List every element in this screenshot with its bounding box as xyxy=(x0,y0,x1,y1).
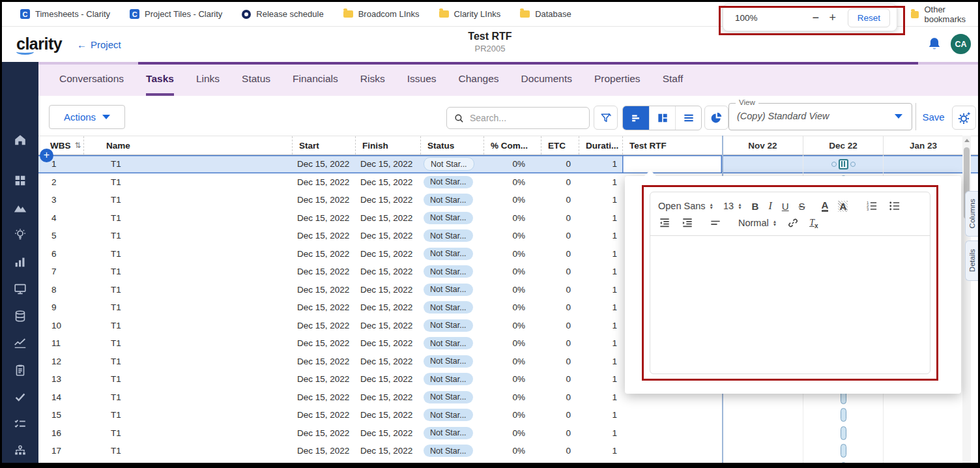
table-row[interactable]: 16T1Dec 15, 2022Dec 15, 2022Not Star...0… xyxy=(38,424,978,443)
notifications-bell-icon[interactable] xyxy=(926,36,943,53)
details-panel-tab[interactable]: Details xyxy=(965,241,978,281)
sidebar-item-bar-chart[interactable] xyxy=(13,255,27,269)
sidebar-item-database[interactable] xyxy=(13,309,27,323)
view-selector[interactable]: View (Copy) Standard View xyxy=(728,103,912,130)
tab-tasks[interactable]: Tasks xyxy=(146,62,174,96)
sidebar-item-checklist[interactable] xyxy=(13,417,27,431)
clear-formatting-button[interactable]: Tx xyxy=(809,217,818,229)
bold-button[interactable]: B xyxy=(752,201,759,212)
save-view-button[interactable]: Save xyxy=(915,103,951,130)
user-avatar[interactable]: CA xyxy=(951,34,971,54)
wbs-cell: 15 xyxy=(38,406,83,424)
gantt-view-button[interactable] xyxy=(623,106,649,130)
bookmark-item[interactable]: Broadcom LInks xyxy=(343,9,420,19)
scroll-up-arrow[interactable] xyxy=(962,136,971,145)
sidebar-item-monitor[interactable] xyxy=(13,282,27,296)
other-bookmarks[interactable]: Other bookmarks xyxy=(911,2,978,27)
column-header-etc[interactable]: ETC xyxy=(541,136,579,154)
table-row[interactable]: 15T1Dec 15, 2022Dec 15, 2022Not Star...0… xyxy=(38,406,978,424)
tab-conversations[interactable]: Conversations xyxy=(59,62,124,96)
column-header-finish[interactable]: Finish xyxy=(355,136,420,154)
bookmark-item[interactable]: Database xyxy=(520,9,571,19)
bookmark-item[interactable]: Release schedule xyxy=(242,9,323,19)
list-view-button[interactable] xyxy=(675,106,701,130)
settings-button[interactable] xyxy=(952,106,976,130)
sort-icon[interactable]: ⇅ xyxy=(75,141,81,150)
duration-cell: 1 xyxy=(579,317,622,335)
gantt-cell xyxy=(803,424,883,443)
zoom-in-button[interactable]: + xyxy=(824,9,841,26)
outdent-button[interactable] xyxy=(658,216,671,229)
sidebar-item-mountain[interactable] xyxy=(13,201,27,215)
ordered-list-button[interactable]: 123 xyxy=(865,199,878,212)
sidebar-item-check[interactable] xyxy=(13,390,27,404)
bookmark-item[interactable]: CProject Tiles - Clarity xyxy=(130,9,222,19)
text-color-button[interactable]: A xyxy=(822,200,829,212)
table-row[interactable]: 17T1Dec 15, 2022Dec 15, 2022Not Star...0… xyxy=(38,442,978,460)
pct-complete-cell: 0% xyxy=(483,424,541,443)
tab-documents[interactable]: Documents xyxy=(521,62,572,96)
paragraph-style-select[interactable]: Normal▲▼ xyxy=(738,218,777,228)
rtf-cell[interactable] xyxy=(622,155,722,173)
tab-issues[interactable]: Issues xyxy=(407,62,437,96)
column-header-com[interactable]: % Com... xyxy=(483,136,541,154)
highlight-color-button[interactable]: A xyxy=(838,201,848,212)
search-input[interactable] xyxy=(470,113,574,123)
column-header-status[interactable]: Status xyxy=(420,136,483,154)
filter-button[interactable] xyxy=(594,106,618,130)
columns-panel-tab[interactable]: Columns xyxy=(965,191,978,237)
rte-content-area[interactable] xyxy=(650,236,930,374)
font-family-select[interactable]: Open Sans▲▼ xyxy=(658,201,713,211)
tab-status[interactable]: Status xyxy=(242,62,270,96)
tab-risks[interactable]: Risks xyxy=(360,62,385,96)
duration-cell: 1 xyxy=(579,334,622,353)
column-header-durati[interactable]: Durati... xyxy=(579,136,622,154)
tab-staff[interactable]: Staff xyxy=(663,62,684,96)
sidebar-item-grid[interactable] xyxy=(13,173,27,188)
bookmark-item[interactable]: CTimesheets - Clarity xyxy=(20,9,110,19)
table-row[interactable]: 18T1Dec 15, 2022Dec 15, 2022Not Star...0… xyxy=(38,460,978,463)
bullet-list-button[interactable] xyxy=(888,199,901,212)
sidebar-item-home[interactable] xyxy=(13,133,27,147)
sidebar-item-hierarchy[interactable] xyxy=(13,444,27,458)
search-box[interactable] xyxy=(446,107,590,129)
gantt-task-bar[interactable] xyxy=(841,426,846,440)
gantt-task-bar[interactable] xyxy=(841,444,846,458)
sidebar-item-trend[interactable] xyxy=(13,336,27,350)
italic-button[interactable]: I xyxy=(768,200,771,212)
alignment-button[interactable] xyxy=(709,216,722,229)
sidebar-item-lightbulb[interactable] xyxy=(13,227,27,242)
chart-button[interactable] xyxy=(704,106,728,130)
add-row-button[interactable]: + xyxy=(40,149,53,162)
insert-link-button[interactable] xyxy=(786,216,800,229)
tab-changes[interactable]: Changes xyxy=(459,62,499,96)
table-row[interactable]: 1T1Dec 15, 2022Dec 15, 2022Not Star...0%… xyxy=(38,155,978,173)
rtf-cell[interactable] xyxy=(622,406,722,424)
database-icon xyxy=(13,309,27,323)
gantt-milestone[interactable] xyxy=(831,159,856,169)
bookmark-item[interactable]: Clarity LInks xyxy=(439,9,501,19)
zoom-out-button[interactable]: − xyxy=(807,9,824,26)
tab-links[interactable]: Links xyxy=(196,62,220,96)
font-size-select[interactable]: 13▲▼ xyxy=(723,201,742,211)
indent-button[interactable] xyxy=(681,216,694,229)
zoom-reset-button[interactable]: Reset xyxy=(848,8,890,27)
column-header-testrtf[interactable]: Test RTF xyxy=(622,136,722,154)
rtf-cell[interactable] xyxy=(622,442,722,460)
gantt-task-bar[interactable] xyxy=(841,408,846,422)
board-view-button[interactable] xyxy=(649,106,675,130)
rtf-cell[interactable] xyxy=(622,460,722,463)
sidebar-item-clipboard[interactable] xyxy=(13,363,27,377)
rte-toolbar: Open Sans▲▼ 13▲▼ B I U S A A 123 xyxy=(650,192,930,236)
tab-financials[interactable]: Financials xyxy=(293,62,338,96)
vertical-scrollbar[interactable] xyxy=(962,136,971,463)
tab-properties[interactable]: Properties xyxy=(594,62,641,96)
gantt-task-bar[interactable] xyxy=(841,462,846,463)
rtf-cell[interactable] xyxy=(622,424,722,443)
column-header-start[interactable]: Start xyxy=(292,136,355,154)
strikethrough-button[interactable]: S xyxy=(799,201,805,212)
column-header-name[interactable]: Name xyxy=(83,136,292,154)
underline-button[interactable]: U xyxy=(782,201,789,212)
actions-button[interactable]: Actions xyxy=(49,105,125,129)
etc-cell: 0 xyxy=(541,334,579,353)
